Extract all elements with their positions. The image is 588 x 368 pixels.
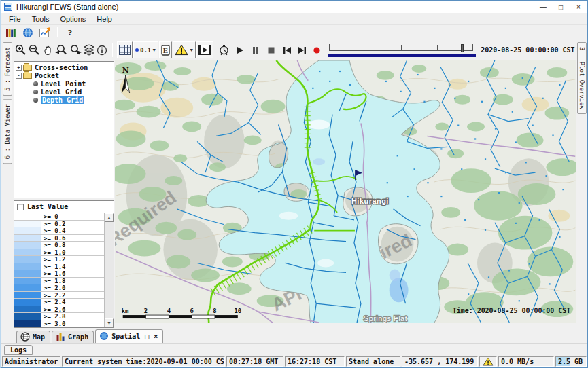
legend-row[interactable]: >= 0 [14, 213, 104, 221]
tree-item-level-grid[interactable]: Level Grid [16, 88, 114, 96]
tree-item-label[interactable]: Cross-section [35, 64, 88, 71]
help-button[interactable]: ? [63, 26, 77, 39]
menu-file[interactable]: File [4, 14, 26, 24]
legend-row[interactable]: >= 2.6 [14, 306, 104, 314]
legend-color-swatch [14, 284, 41, 291]
stop-button[interactable] [266, 41, 276, 58]
pause-button[interactable] [251, 41, 260, 58]
tab-data-viewer[interactable]: 6 : Data Viewer [3, 99, 12, 164]
tab-restore-icon[interactable]: □ [145, 333, 149, 340]
timeseries-display-button[interactable] [37, 26, 52, 39]
legend-row[interactable]: >= 1.6 [14, 270, 104, 278]
legend-scrollbar[interactable]: ▲ ▼ [104, 213, 114, 327]
close-button[interactable]: × [570, 1, 587, 13]
tab-close-icon[interactable]: × [154, 333, 158, 340]
grid-display-button[interactable] [117, 41, 133, 58]
legend-color-swatch [14, 242, 41, 249]
legend-row[interactable]: >= 0.8 [14, 242, 104, 249]
minimize-button[interactable]: — [534, 1, 552, 13]
grid-icon [119, 45, 131, 55]
threshold-value-dropdown[interactable]: 0.1 ▼ [133, 41, 158, 58]
tree-expander-icon[interactable]: + [16, 65, 22, 71]
zoom-previous-icon [55, 44, 67, 56]
tree-item-cross-section[interactable]: +Cross-section [16, 63, 114, 71]
tree-item-label[interactable]: Depth Grid [41, 96, 84, 104]
legend-value-label: >= 1.2 [41, 256, 104, 263]
legend-value-label: >= 2.0 [41, 284, 104, 291]
tree-item-label[interactable]: Level Grid [41, 88, 82, 96]
legend-row[interactable]: >= 1.8 [14, 278, 104, 285]
map-time-label: Time: 2020-08-25 00:00:00 CST [453, 307, 571, 314]
logs-browser-button[interactable] [3, 26, 18, 39]
maximize-button[interactable]: □ [552, 1, 570, 13]
zoom-out-button[interactable] [28, 41, 41, 58]
legend-color-swatch [14, 299, 41, 306]
legend-row[interactable]: >= 1.0 [14, 249, 104, 257]
tree-item-level-point[interactable]: Level Point [16, 79, 114, 88]
exit-grid-button[interactable]: E [159, 41, 172, 58]
zoom-in-button[interactable] [14, 41, 27, 58]
scroll-down-icon[interactable]: ▼ [105, 318, 114, 327]
time-slider-handle[interactable] [461, 44, 464, 52]
tree-item-label[interactable]: Level Point [41, 80, 86, 88]
legend-row[interactable]: >= 1.2 [14, 256, 104, 263]
step-forward-button[interactable] [297, 41, 307, 58]
timeseries-chart-icon [39, 27, 51, 38]
zoom-previous-button[interactable] [54, 41, 68, 58]
legend-row[interactable]: >= 3.0 [14, 320, 104, 328]
legend-row[interactable]: >= 0.6 [14, 235, 104, 242]
spatial-globe-icon [99, 331, 109, 341]
legend-value-label: >= 0.6 [41, 235, 104, 242]
pause-icon [252, 46, 260, 54]
record-icon [313, 46, 321, 54]
layers-button[interactable] [83, 41, 95, 58]
stop-icon [267, 46, 275, 54]
last-value-checkbox[interactable] [17, 204, 24, 210]
legend-row[interactable]: >= 2.8 [14, 313, 104, 320]
legend-color-swatch [14, 249, 41, 256]
map-canvas[interactable]: API Key Required API Key Required [115, 60, 576, 323]
status-text: 16:27:18 CST [288, 358, 336, 365]
play-button[interactable] [235, 41, 245, 58]
movie-player-button[interactable] [196, 41, 213, 58]
map-globe-icon [20, 332, 30, 342]
node-bullet-icon [33, 90, 38, 94]
legend-color-swatch [14, 292, 41, 299]
pan-button[interactable] [41, 41, 54, 58]
tab-map[interactable]: Map [16, 331, 50, 343]
legend-color-swatch [14, 263, 41, 270]
legend-row[interactable]: >= 2.0 [14, 284, 104, 292]
logs-tab[interactable]: Logs [4, 345, 33, 355]
status-warning-icon [479, 356, 497, 367]
movie-icon [198, 45, 211, 55]
legend-row[interactable]: >= 1.4 [14, 263, 104, 271]
time-slider[interactable] [328, 42, 476, 58]
spatial-display-button[interactable] [20, 26, 35, 39]
tab-spatial[interactable]: Spatial□× [95, 329, 163, 343]
tree-item-depth-grid[interactable]: Depth Grid [16, 96, 114, 104]
menu-options[interactable]: Options [55, 14, 90, 24]
menu-help[interactable]: Help [92, 14, 117, 24]
legend-row[interactable]: >= 2.2 [14, 292, 104, 299]
legend-row[interactable]: >= 0.4 [14, 227, 104, 235]
scroll-up-icon[interactable]: ▲ [105, 213, 114, 222]
zoom-next-button[interactable] [69, 41, 82, 58]
menu-tools[interactable]: Tools [27, 14, 54, 24]
legend-value-label: >= 0.4 [41, 227, 104, 234]
tab-graph[interactable]: Graph [52, 331, 94, 343]
step-backward-button[interactable] [282, 41, 292, 58]
tab-plot-overview[interactable]: 3 : Plot Overview [577, 42, 587, 114]
record-button[interactable] [312, 41, 322, 58]
warning-dropdown-button[interactable]: ▼ [173, 41, 196, 58]
spatial-map[interactable]: API Key Required API Key Required [115, 60, 576, 329]
tree-expander-icon[interactable]: - [16, 73, 22, 79]
animation-settings-button[interactable] [218, 41, 230, 58]
tree-item-pocket[interactable]: -Pocket [16, 71, 114, 79]
legend-color-swatch [14, 270, 41, 277]
tab-forecast[interactable]: 5 : Forecast [3, 42, 12, 96]
tree-item-label[interactable]: Pocket [35, 72, 59, 79]
legend-row[interactable]: >= 0.2 [14, 221, 104, 228]
legend-value-label: >= 0 [41, 213, 104, 220]
info-button[interactable] [96, 41, 108, 58]
legend-row[interactable]: >= 2.4 [14, 299, 104, 306]
